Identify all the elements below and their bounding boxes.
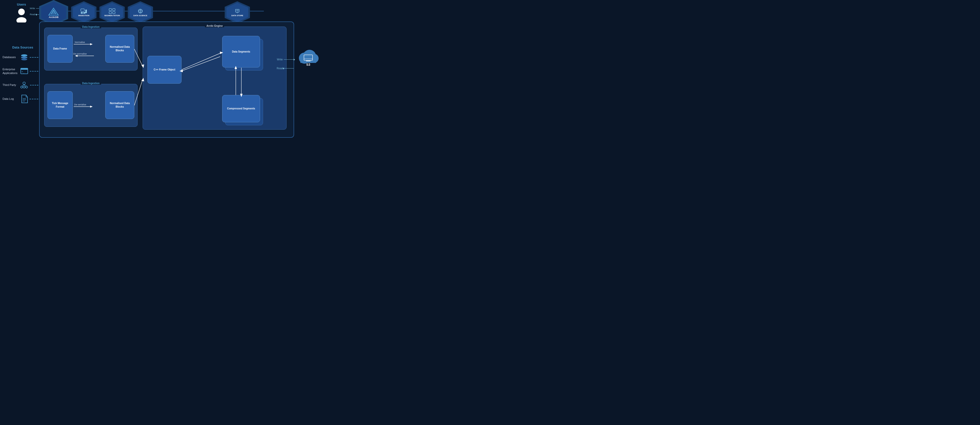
normalised-blocks-bottom-label: Normalised Data Blocks <box>105 102 134 109</box>
ingestion-hexagon: INGESTION <box>71 1 96 24</box>
svg-marker-35 <box>90 43 93 45</box>
normalised-blocks-top-label: Normalised Data Blocks <box>105 45 134 52</box>
datascience-label: DATA SCIENCE <box>134 14 148 17</box>
database-icon <box>20 53 28 62</box>
segmentation-hexagon: SEGMEN-TATION <box>99 1 125 24</box>
ingestion-bottom-container: Data Ingestion Tick Message Format De-se… <box>44 84 138 127</box>
read-label: Read <box>30 13 35 16</box>
svg-rect-5 <box>21 58 27 58</box>
svg-rect-29 <box>113 12 115 14</box>
deserialise-arrow <box>74 105 94 109</box>
s3-section: S3 <box>294 47 322 68</box>
s3-cloud-icon: S3 <box>297 47 320 67</box>
datastore-label: DATA STORE <box>231 14 243 17</box>
third-party-row: Third Party <box>3 81 43 89</box>
ingestion-to-engine-arrows <box>133 22 239 133</box>
svg-point-0 <box>18 9 25 15</box>
s3-write-label: Write <box>277 58 283 61</box>
svg-rect-26 <box>109 9 111 11</box>
ingestion-label: INGESTION <box>78 14 89 17</box>
segmentation-icon <box>109 8 115 14</box>
svg-line-14 <box>22 85 24 86</box>
svg-point-11 <box>21 86 23 88</box>
svg-marker-37 <box>75 55 78 57</box>
normalised-blocks-bottom-box: Normalised Data Blocks <box>105 91 134 119</box>
ingestion-icon <box>80 8 88 14</box>
normalised-blocks-top-box: Normalised Data Blocks <box>105 35 134 63</box>
ingestion-bottom-title: Data Ingestion <box>81 82 101 85</box>
data-log-row: Data Log <box>3 94 43 103</box>
svg-line-50 <box>134 80 143 105</box>
arcticdb-label: ArcticDB <box>49 16 59 18</box>
data-frame-label: Data Frame <box>53 47 67 51</box>
ingestion-top-title: Data Ingestion <box>81 26 101 28</box>
svg-point-13 <box>23 86 25 88</box>
databases-row: Databases <box>3 53 43 62</box>
tick-message-box: Tick Message Format <box>48 91 73 119</box>
s3-read-label: Read <box>277 67 283 70</box>
svg-line-48 <box>134 49 143 66</box>
data-log-icon <box>20 94 28 103</box>
write-to-s3-label: Write <box>277 58 294 61</box>
users-title: Users <box>5 3 38 6</box>
svg-point-12 <box>25 86 27 88</box>
svg-point-6 <box>21 58 27 61</box>
third-party-icon <box>20 81 29 89</box>
enterprise-row: Enterprise Applications >_ <box>3 67 43 75</box>
svg-line-15 <box>24 85 27 86</box>
write-label: Write <box>30 7 35 10</box>
segmentation-label: SEGMEN-TATION <box>104 14 120 17</box>
enterprise-icon: >_ <box>20 67 28 75</box>
third-party-label: Third Party <box>3 83 19 87</box>
svg-marker-45 <box>240 94 243 97</box>
datastore-icon <box>234 8 240 14</box>
svg-rect-23 <box>81 12 83 14</box>
svg-rect-25 <box>85 10 87 13</box>
arcticdb-logo-icon <box>47 7 60 16</box>
datastore-hexagon: DATA STORE <box>225 1 250 24</box>
tick-message-label: Tick Message Format <box>48 102 72 109</box>
main-area-box: Data Ingestion Data Frame Normalise De-n… <box>39 21 294 138</box>
svg-rect-24 <box>83 12 85 14</box>
data-sources-title: Data Sources <box>3 45 43 49</box>
svg-marker-49 <box>142 64 144 68</box>
datascience-icon <box>137 8 144 14</box>
svg-rect-3 <box>21 55 27 56</box>
svg-point-10 <box>23 82 25 85</box>
svg-marker-51 <box>142 78 144 81</box>
s3-read-arrow <box>284 68 294 69</box>
svg-marker-39 <box>90 105 93 108</box>
normalise-arrow <box>74 42 94 46</box>
ingestion-top-container: Data Ingestion Data Frame Normalise De-n… <box>44 27 138 70</box>
denormalise-arrow <box>74 54 94 58</box>
svg-rect-58 <box>306 61 310 61</box>
svg-rect-22 <box>81 9 84 11</box>
svg-text:>_: >_ <box>21 70 25 73</box>
svg-point-1 <box>16 17 27 22</box>
main-diagram: Users Write Read Data Sources Databases <box>0 0 327 142</box>
data-frame-box: Data Frame <box>48 35 73 63</box>
svg-rect-8 <box>21 68 28 70</box>
read-from-s3-label: Read <box>277 67 294 70</box>
data-log-label: Data Log <box>3 97 19 101</box>
svg-rect-27 <box>113 9 115 11</box>
datascience-hexagon: DATA SCIENCE <box>128 1 153 24</box>
user-icon <box>14 7 29 22</box>
data-sources-section: Data Sources Databases Enterprise Applic… <box>3 45 43 109</box>
svg-text:S3: S3 <box>306 63 310 66</box>
s3-write-arrow <box>284 59 294 60</box>
databases-label: Databases <box>3 55 19 59</box>
enterprise-label: Enterprise Applications <box>3 67 19 75</box>
svg-rect-28 <box>109 12 111 14</box>
